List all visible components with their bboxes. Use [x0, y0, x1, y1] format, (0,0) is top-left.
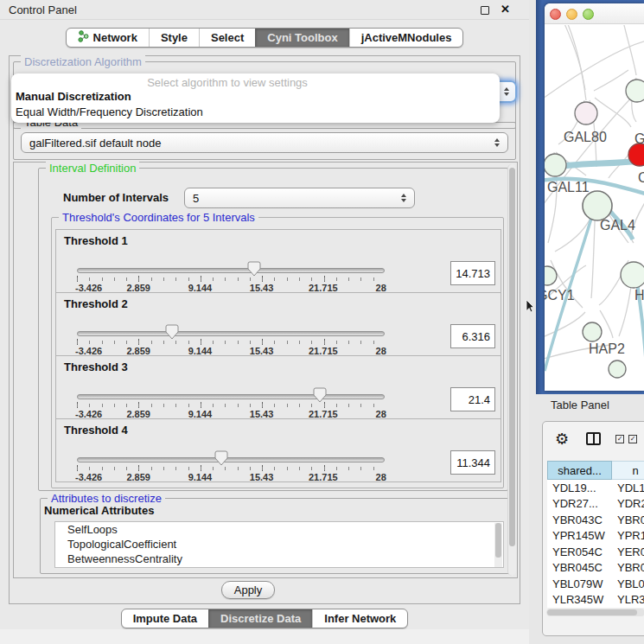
table-data-combobox[interactable]: galFiltered.sif default node — [21, 132, 508, 153]
tab-jactivemnodules[interactable]: jActiveMNodules — [349, 29, 463, 47]
threshold-4-slider[interactable]: -3.426 2.859 9.144 15.43 21.715 28 — [77, 454, 385, 481]
attributes-list: SelfLoops TopologicalCoefficient Between… — [54, 521, 504, 568]
table-row[interactable]: YBR043CYBR0 — [547, 512, 644, 528]
node-h[interactable] — [621, 262, 644, 288]
columns-icon[interactable] — [586, 432, 601, 445]
slider-track[interactable] — [77, 331, 385, 336]
network-window-titlebar — [545, 3, 644, 24]
apply-button[interactable]: Apply — [221, 581, 275, 599]
tab-impute-data[interactable]: Impute Data — [122, 609, 208, 628]
settings-scrollpane: Interval Definition Number of Intervals … — [13, 162, 518, 578]
algorithm-option-equal-width[interactable]: Equal Width/Frequency Discretization — [16, 105, 203, 118]
threshold-2-box: Threshold 2 -3.426 2.859 — [55, 292, 501, 356]
threshold-4-value-field[interactable]: 11.344 — [450, 450, 495, 475]
threshold-1-slider[interactable]: -3.426 2.859 9.144 15.43 21.715 28 — [77, 265, 385, 292]
slider-thumb[interactable] — [313, 387, 327, 403]
attributes-group-title: Attributes to discretize — [48, 492, 165, 505]
control-panel-titlebar: Control Panel ✕ — [0, 0, 529, 20]
algorithm-dropdown-popup: Select algorithm to view settings Manual… — [11, 73, 500, 123]
table-panel-titlebar: Table Panel — [536, 394, 644, 417]
node-gal11[interactable] — [545, 154, 566, 176]
column-header-name[interactable]: n — [612, 461, 644, 480]
list-item[interactable]: BetweennessCentrality — [55, 552, 503, 566]
node-gal4[interactable] — [583, 191, 612, 220]
slider-thumb[interactable] — [165, 324, 179, 340]
threshold-1-box: Threshold 1 -3.426 2.859 — [55, 229, 501, 293]
table-row[interactable]: YER054CYER0 — [547, 544, 644, 560]
control-panel-title: Control Panel — [9, 3, 77, 16]
list-item[interactable]: TopologicalCoefficient — [55, 537, 503, 552]
node-hap2[interactable] — [583, 322, 602, 341]
table-row[interactable]: YPR145WYPR1 — [547, 528, 644, 545]
algorithm-option-manual[interactable]: Manual Discretization — [16, 90, 131, 103]
node-label: H — [634, 288, 644, 303]
slider-track[interactable] — [77, 457, 385, 462]
table-row[interactable]: YDL19...YDL1 — [547, 480, 644, 496]
horizontal-scrollbar[interactable] — [546, 609, 644, 616]
list-item[interactable]: SelfLoops — [55, 522, 503, 537]
table-row[interactable]: YBL079WYBL0 — [547, 576, 644, 592]
attributes-group: Attributes to discretize Numerical Attri… — [40, 498, 510, 574]
attributes-list-scrollbar[interactable] — [494, 523, 502, 568]
table-row[interactable]: YDR27...YDR2 — [547, 496, 644, 513]
threshold-4-box: Threshold 4 -3.426 2.859 — [55, 418, 501, 482]
control-panel: Control Panel ✕ Network — [0, 0, 529, 644]
mouse-cursor — [526, 299, 535, 313]
number-of-intervals-label: Number of Intervals — [63, 191, 169, 204]
float-window-icon[interactable] — [481, 6, 489, 15]
node-label: HAP2 — [589, 341, 625, 356]
top-tab-bar: Network Style Select Cyni Toolbox jActiv… — [0, 28, 529, 48]
threshold-2-value-field[interactable]: 6.316 — [450, 324, 495, 348]
minimize-traffic-light[interactable] — [566, 9, 577, 20]
close-icon[interactable]: ✕ — [501, 3, 510, 16]
table-header-row: shared... n — [547, 461, 644, 480]
tab-cyni-toolbox[interactable]: Cyni Toolbox — [255, 29, 348, 47]
gear-icon[interactable]: ⚙ — [555, 430, 569, 449]
network-window: GAL80 GA C GAL11 GAL4 GCY1 H HAP2 — [545, 3, 644, 391]
thresholds-group-title: Threshold's Coordinates for 5 Intervals — [59, 211, 258, 224]
numerical-attributes-label: Numerical Attributes — [44, 504, 154, 517]
table-row[interactable]: YLR345WYLR3 — [547, 592, 644, 609]
threshold-2-label: Threshold 2 — [64, 297, 128, 310]
table-row[interactable]: YBR045CYBR0 — [547, 560, 644, 577]
node-label: GAL4 — [600, 218, 635, 233]
vertical-scrollbar[interactable] — [507, 164, 516, 576]
slider-track[interactable] — [77, 268, 385, 273]
bottom-strip — [0, 629, 529, 644]
network-icon — [78, 30, 89, 45]
node-label: C — [638, 170, 644, 185]
column-header-shared-name[interactable]: shared... — [547, 461, 612, 480]
node-label: GCY1 — [545, 288, 575, 303]
slider-track[interactable] — [77, 394, 385, 399]
bottom-tab-bar: Impute Data Discretize Data Infer Networ… — [0, 609, 529, 628]
discretization-algorithm-group-title: Discretization Algorithm — [21, 55, 145, 68]
threshold-3-value-field[interactable]: 21.4 — [450, 387, 495, 411]
slider-thumb[interactable] — [214, 450, 228, 466]
tab-style[interactable]: Style — [149, 29, 199, 47]
table-panel-title: Table Panel — [551, 399, 609, 411]
slider-thumb[interactable] — [247, 261, 261, 277]
tab-discretize-data[interactable]: Discretize Data — [208, 609, 312, 628]
tab-network[interactable]: Network — [67, 29, 149, 47]
tab-infer-network[interactable]: Infer Network — [312, 609, 407, 628]
screen: Control Panel ✕ Network — [0, 0, 644, 644]
zoom-traffic-light[interactable] — [583, 9, 594, 20]
number-of-intervals-combobox[interactable]: 5 — [184, 188, 415, 208]
close-traffic-light[interactable] — [550, 9, 561, 20]
node-label: GA — [634, 131, 644, 146]
node-gal80[interactable] — [575, 102, 597, 124]
threshold-1-value-field[interactable]: 14.713 — [450, 261, 495, 285]
tab-select[interactable]: Select — [199, 29, 255, 47]
node-partial[interactable] — [609, 360, 626, 378]
threshold-2-slider[interactable]: -3.426 2.859 9.144 15.43 21.715 28 — [77, 328, 385, 355]
tab-network-label: Network — [93, 31, 137, 44]
scrollbar-thumb[interactable] — [509, 168, 515, 546]
scrollbar-thumb[interactable] — [547, 609, 637, 615]
threshold-3-slider[interactable]: -3.426 2.859 9.144 15.43 21.715 28 — [77, 391, 385, 418]
checkbox-icon[interactable]: ✓ — [628, 435, 637, 443]
network-canvas[interactable]: GAL80 GA C GAL11 GAL4 GCY1 H HAP2 — [545, 25, 644, 391]
algorithm-hint: Select algorithm to view settings — [11, 76, 443, 89]
threshold-3-box: Threshold 3 -3.426 2.859 — [55, 355, 501, 419]
checkbox-icon[interactable]: ✓ — [615, 435, 624, 443]
node-ga[interactable] — [626, 80, 644, 102]
